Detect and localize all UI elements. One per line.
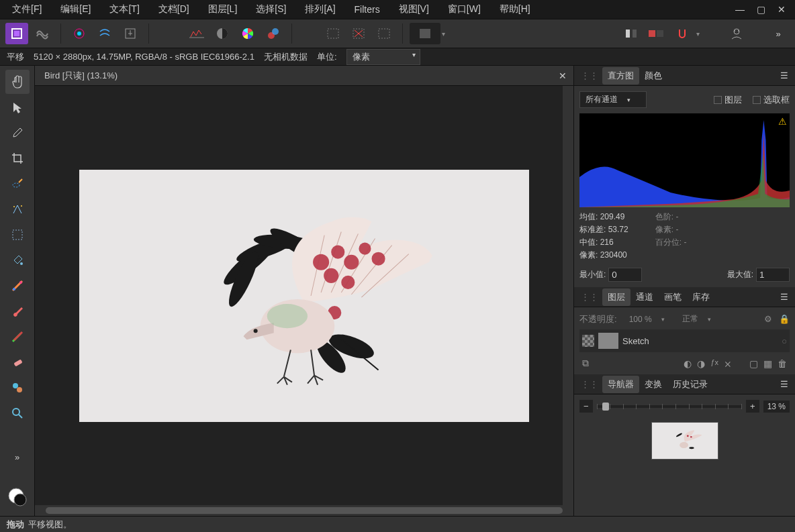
zoom-tool-icon[interactable] — [5, 401, 30, 425]
panel-menu-icon[interactable]: ☰ — [776, 70, 792, 81]
erase-tool-icon[interactable] — [5, 350, 30, 374]
menu-layer[interactable]: 图层[L] — [199, 1, 247, 18]
gear-icon[interactable]: ⚙ — [764, 314, 772, 324]
horizontal-scrollbar[interactable] — [35, 505, 573, 516]
panel-menu-icon[interactable]: ☰ — [776, 292, 792, 302]
window-maximize-icon[interactable]: ▢ — [757, 4, 765, 15]
fx-icon[interactable]: ƒx — [710, 358, 718, 369]
mask-icon[interactable]: ◑ — [697, 358, 705, 369]
edit-all-layers-icon[interactable] — [68, 23, 91, 44]
hand-tool-icon[interactable] — [5, 70, 30, 94]
paint-mixer-brush-tool-icon[interactable] — [5, 325, 30, 349]
quick-mask-swatch[interactable] — [410, 23, 440, 44]
svg-point-46 — [344, 254, 359, 269]
tools-overflow-icon[interactable]: » — [5, 445, 30, 469]
add-layer-icon[interactable]: ▢ — [749, 358, 758, 369]
svg-point-45 — [331, 245, 344, 258]
tab-color[interactable]: 颜色 — [639, 67, 667, 85]
align-panel-icon[interactable] — [620, 23, 643, 44]
max-input[interactable] — [756, 268, 790, 282]
trash-icon[interactable]: 🗑 — [778, 358, 787, 369]
levels-icon[interactable] — [185, 23, 208, 44]
svg-point-60 — [686, 435, 688, 437]
color-picker-tool-icon[interactable] — [5, 121, 30, 145]
tab-history[interactable]: 历史记录 — [667, 376, 713, 393]
persona-liquify-icon[interactable] — [31, 23, 54, 44]
zoom-in-button[interactable]: + — [746, 400, 759, 413]
tab-brushes[interactable]: 画笔 — [659, 288, 687, 306]
canvas-viewport[interactable] — [35, 86, 573, 505]
menu-view[interactable]: 视图[V] — [389, 1, 438, 18]
liquify-persona-icon[interactable] — [93, 23, 116, 44]
menu-window[interactable]: 窗口[W] — [438, 1, 490, 18]
tab-navigator[interactable]: 导航器 — [602, 376, 639, 393]
unit-dropdown[interactable]: 像素 — [346, 49, 420, 65]
selection-remove-icon[interactable] — [347, 23, 370, 44]
selection-checkbox[interactable]: 选取框 — [753, 94, 790, 106]
visibility-checker-icon[interactable] — [582, 335, 594, 347]
layer-visibility-dot-icon[interactable]: ○ — [782, 336, 787, 346]
snapping-icon[interactable] — [671, 23, 694, 44]
panel-grip-icon[interactable]: ⋮⋮ — [581, 292, 598, 302]
menu-edit[interactable]: 编辑[E] — [51, 1, 100, 18]
tab-close-icon[interactable]: ✕ — [552, 70, 573, 81]
zoom-slider[interactable] — [597, 405, 742, 408]
adjustment-icon[interactable]: ◐ — [684, 358, 692, 369]
dropdown-arrow-icon[interactable]: ▾ — [442, 30, 445, 38]
lock-icon[interactable]: 🔒 — [779, 314, 790, 324]
selection-add-icon[interactable] — [322, 23, 344, 44]
blend-mode-dropdown[interactable]: 正常 — [677, 311, 757, 327]
toggle-ui-icon[interactable] — [645, 23, 668, 44]
move-tool-icon[interactable] — [5, 95, 30, 119]
tab-histogram[interactable]: 直方图 — [602, 67, 639, 85]
document-tab[interactable]: Bird [只读] (13.1%) — [35, 66, 127, 85]
color-swatch-icon[interactable] — [5, 485, 30, 509]
auto-white-balance-icon[interactable] — [262, 23, 285, 44]
layer-group-icon[interactable]: ⧉ — [582, 358, 589, 369]
opacity-value[interactable]: 100 % — [624, 313, 670, 326]
menu-arrange[interactable]: 排列[A] — [295, 1, 344, 18]
navigator-preview[interactable] — [651, 422, 718, 460]
auto-contrast-icon[interactable] — [211, 23, 234, 44]
delete-crossout-icon[interactable]: ⨯ — [724, 358, 732, 369]
account-icon[interactable] — [725, 23, 748, 44]
flood-fill-tool-icon[interactable] — [5, 248, 30, 272]
svg-point-21 — [734, 30, 735, 32]
panel-grip-icon[interactable]: ⋮⋮ — [581, 70, 598, 81]
channel-dropdown[interactable]: 所有通道 — [579, 91, 647, 108]
layer-checkbox[interactable]: 图层 — [714, 94, 742, 106]
menu-text[interactable]: 文本[T] — [100, 1, 148, 18]
window-minimize-icon[interactable]: — — [735, 4, 745, 15]
panel-grip-icon[interactable]: ⋮⋮ — [581, 379, 598, 389]
clone-tool-icon[interactable] — [5, 376, 30, 400]
menu-select[interactable]: 选择[S] — [246, 1, 295, 18]
selection-brush-tool-icon[interactable] — [5, 172, 30, 196]
paint-brush-tool-icon[interactable] — [5, 299, 30, 323]
tab-channels[interactable]: 通道 — [630, 288, 659, 306]
add-pixel-layer-icon[interactable]: ▦ — [763, 358, 772, 369]
menu-file[interactable]: 文件[F] — [3, 1, 51, 18]
dropdown-arrow-icon[interactable]: ▾ — [696, 30, 700, 38]
min-input[interactable] — [608, 268, 642, 282]
menu-help[interactable]: 帮助[H] — [490, 1, 540, 18]
vertical-scrollbar[interactable] — [563, 86, 573, 505]
toolbar-overflow-icon[interactable]: » — [767, 23, 790, 44]
gradient-tool-icon[interactable] — [5, 274, 30, 298]
crop-tool-icon[interactable] — [5, 146, 30, 170]
marquee-tool-icon[interactable] — [5, 223, 30, 247]
tab-transform[interactable]: 变换 — [639, 376, 667, 393]
flood-select-tool-icon[interactable] — [5, 197, 30, 221]
tab-stock[interactable]: 库存 — [687, 288, 715, 306]
zoom-out-button[interactable]: − — [579, 400, 593, 413]
menu-filters[interactable]: Filters — [345, 1, 389, 17]
auto-colors-icon[interactable] — [236, 23, 259, 44]
layer-row[interactable]: Sketch ○ — [579, 329, 790, 352]
window-close-icon[interactable]: ✕ — [778, 4, 786, 15]
export-persona-icon[interactable] — [119, 23, 142, 44]
persona-photo-icon[interactable] — [5, 23, 28, 44]
selection-intersect-icon[interactable] — [373, 23, 395, 44]
panel-menu-icon[interactable]: ☰ — [776, 379, 792, 389]
menu-document[interactable]: 文档[D] — [149, 1, 199, 18]
tab-layers[interactable]: 图层 — [602, 288, 630, 306]
zoom-value[interactable]: 13 % — [763, 401, 790, 413]
